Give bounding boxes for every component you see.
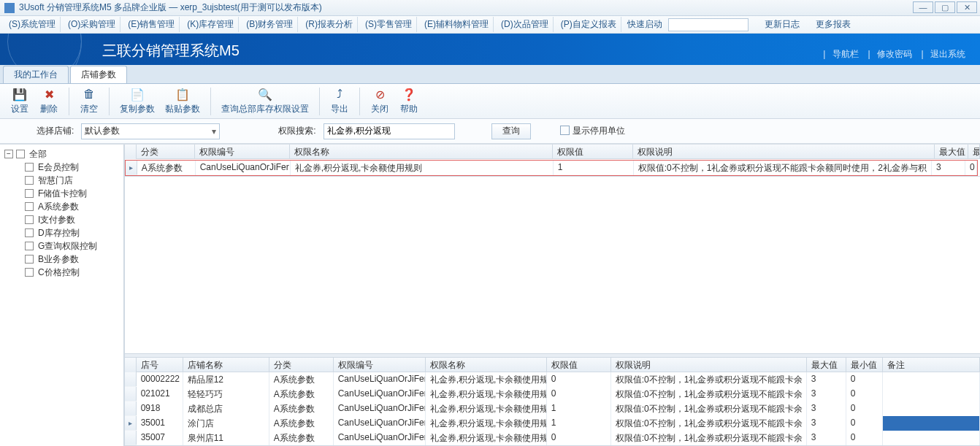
tree-item[interactable]: A系统参数 — [1, 200, 122, 213]
col-value[interactable]: 权限值 — [553, 145, 633, 158]
set-button[interactable]: 💾设置 — [6, 85, 34, 118]
col-name[interactable]: 权限名称 — [426, 358, 547, 372]
col-code[interactable]: 权限编号 — [334, 358, 426, 372]
link-change-password[interactable]: 修改密码 — [877, 49, 912, 59]
right-area: 分类 权限编号 权限名称 权限值 权限说明 最大值 最 ▸ A系统参数 CanU… — [124, 145, 980, 446]
tree-item[interactable]: D库存控制 — [1, 226, 122, 239]
tab-workbench[interactable]: 我的工作台 — [3, 66, 69, 83]
col-name[interactable]: 权限名称 — [290, 145, 553, 158]
show-disabled-checkbox[interactable] — [560, 126, 570, 135]
menu-stock[interactable]: (K)库存管理 — [183, 17, 239, 32]
menu-custom-report[interactable]: (P)自定义报表 — [556, 17, 621, 32]
col-category[interactable]: 分类 — [269, 358, 334, 372]
collapse-icon[interactable]: − — [4, 150, 13, 158]
col-max[interactable]: 最大值 — [935, 145, 968, 158]
link-exit[interactable]: 退出系统 — [930, 49, 965, 59]
tree-checkbox[interactable] — [25, 268, 34, 277]
copy-params-button[interactable]: 📄复制参数 — [115, 85, 159, 118]
row-indicator: ▸ — [125, 416, 137, 430]
shop-label: 选择店铺: — [37, 125, 74, 137]
tree-item[interactable]: E会员控制 — [1, 161, 122, 174]
row-indicator: ▸ — [126, 161, 137, 174]
quick-launch-input[interactable] — [668, 18, 749, 31]
search-icon: 🔍 — [258, 87, 272, 101]
row-indicator — [125, 387, 137, 401]
col-value[interactable]: 权限值 — [547, 358, 611, 372]
menu-report[interactable]: (R)报表分析 — [301, 17, 358, 32]
banner-links: | 导航栏 | 修改密码 | 退出系统 — [823, 48, 970, 61]
col-desc[interactable]: 权限说明 — [633, 145, 935, 158]
menu-bar: (S)系统管理 (O)采购管理 (E)销售管理 (K)库存管理 (B)财务管理 … — [0, 16, 980, 34]
tree-item[interactable]: I支付参数 — [1, 213, 122, 226]
tree-checkbox[interactable] — [25, 242, 34, 250]
export-button[interactable]: ⤴导出 — [326, 85, 353, 118]
search-input[interactable] — [324, 123, 455, 139]
menu-finance[interactable]: (B)财务管理 — [242, 17, 298, 32]
banner: 三联分销管理系统M5 | 导航栏 | 修改密码 | 退出系统 — [0, 34, 980, 65]
menu-sales[interactable]: (E)销售管理 — [123, 17, 180, 32]
tree-checkbox[interactable] — [25, 202, 34, 211]
table-row[interactable]: 35007泉州店11A系统参数CanUseLiQuanOrJiFer礼金券,积分… — [125, 431, 980, 445]
table-row[interactable]: ▸35001涂门店A系统参数CanUseLiQuanOrJiFer礼金券,积分返… — [125, 416, 980, 431]
tree-checkbox[interactable] — [25, 228, 34, 237]
tree-item[interactable]: F储值卡控制 — [1, 187, 122, 200]
shop-combo[interactable]: 默认参数 ▾ — [81, 123, 220, 139]
tree-checkbox[interactable] — [16, 150, 25, 158]
table-row[interactable]: 00002222精品屋12A系统参数CanUseLiQuanOrJiFer礼金券… — [125, 372, 980, 387]
tree-item[interactable]: C价格控制 — [1, 266, 122, 279]
row-indicator — [125, 431, 137, 445]
tree-checkbox[interactable] — [25, 255, 34, 264]
col-shop-no[interactable]: 店号 — [137, 358, 183, 372]
link-more-reports[interactable]: 更多报表 — [816, 18, 851, 31]
tree-checkbox[interactable] — [25, 215, 34, 224]
tree-item[interactable]: G查询权限控制 — [1, 239, 122, 253]
paste-params-button[interactable]: 📋黏贴参数 — [161, 85, 204, 118]
col-shop-name[interactable]: 店铺名称 — [183, 358, 269, 372]
help-icon: ❓ — [402, 87, 416, 101]
tree-root[interactable]: − 全部 — [1, 147, 122, 161]
category-tree[interactable]: − 全部 E会员控制智慧门店F储值卡控制A系统参数I支付参数D库存控制G查询权限… — [0, 145, 124, 446]
query-button[interactable]: 查询 — [491, 123, 531, 139]
col-category[interactable]: 分类 — [137, 145, 195, 158]
window-title: 3Usoft 分销管理系统M5 多品牌企业版 — xerp_3ujsbtest(… — [19, 1, 322, 14]
shop-grid[interactable]: 店号 店铺名称 分类 权限编号 权限名称 权限值 权限说明 最大值 最小值 备注… — [125, 358, 980, 446]
table-row[interactable]: 021021轻轻巧巧A系统参数CanUseLiQuanOrJiFer礼金券,积分… — [125, 387, 980, 401]
app-icon — [4, 3, 15, 13]
menu-purchase[interactable]: (O)采购管理 — [64, 17, 120, 32]
col-code[interactable]: 权限编号 — [195, 145, 290, 158]
table-row[interactable]: ▸ A系统参数 CanUseLiQuanOrJiFer 礼金券,积分返现,卡余额… — [126, 161, 977, 175]
col-remark[interactable]: 备注 — [883, 358, 980, 372]
tree-item[interactable]: 智慧门店 — [1, 174, 122, 187]
link-update-log[interactable]: 更新日志 — [765, 18, 800, 31]
menu-retail[interactable]: (S)零售管理 — [361, 17, 417, 32]
tree-checkbox[interactable] — [25, 163, 34, 172]
show-disabled-label[interactable]: 显示停用单位 — [560, 125, 625, 137]
clear-button[interactable]: 🗑清空 — [75, 85, 103, 118]
tree-checkbox[interactable] — [25, 176, 34, 185]
delete-icon: ✖ — [42, 87, 56, 101]
shop-combo-value: 默认参数 — [85, 125, 120, 137]
tree-item[interactable]: B业务参数 — [1, 253, 122, 266]
tree-checkbox[interactable] — [25, 189, 34, 198]
col-min[interactable]: 最小值 — [846, 358, 883, 372]
tab-shop-params[interactable]: 店铺参数 — [70, 66, 127, 83]
col-desc[interactable]: 权限说明 — [611, 358, 807, 372]
close-window-button[interactable]: ✕ — [957, 1, 977, 13]
close-button[interactable]: ⊘关闭 — [366, 85, 394, 118]
menu-defect[interactable]: (D)次品管理 — [497, 17, 554, 32]
maximize-button[interactable]: ▢ — [935, 1, 955, 13]
link-nav[interactable]: 导航栏 — [832, 49, 859, 59]
title-bar: 3Usoft 分销管理系统M5 多品牌企业版 — xerp_3ujsbtest(… — [0, 0, 980, 16]
delete-button[interactable]: ✖删除 — [35, 85, 63, 118]
menu-system[interactable]: (S)系统管理 — [4, 17, 61, 32]
search-label: 权限搜索: — [278, 125, 315, 137]
table-row[interactable]: 0918成都总店A系统参数CanUseLiQuanOrJiFer礼金券,积分返现… — [125, 401, 980, 416]
menu-material[interactable]: (E)辅料物料管理 — [420, 17, 494, 32]
minimize-button[interactable]: — — [913, 1, 933, 13]
permission-grid[interactable]: 分类 权限编号 权限名称 权限值 权限说明 最大值 最 ▸ A系统参数 CanU… — [125, 145, 980, 177]
query-hq-button[interactable]: 🔍查询总部库存权限设置 — [217, 85, 313, 118]
help-button[interactable]: ❓帮助 — [395, 85, 423, 118]
quick-launch-label: 快速启动 — [627, 18, 662, 31]
col-min[interactable]: 最 — [968, 145, 980, 158]
col-max[interactable]: 最大值 — [807, 358, 846, 372]
